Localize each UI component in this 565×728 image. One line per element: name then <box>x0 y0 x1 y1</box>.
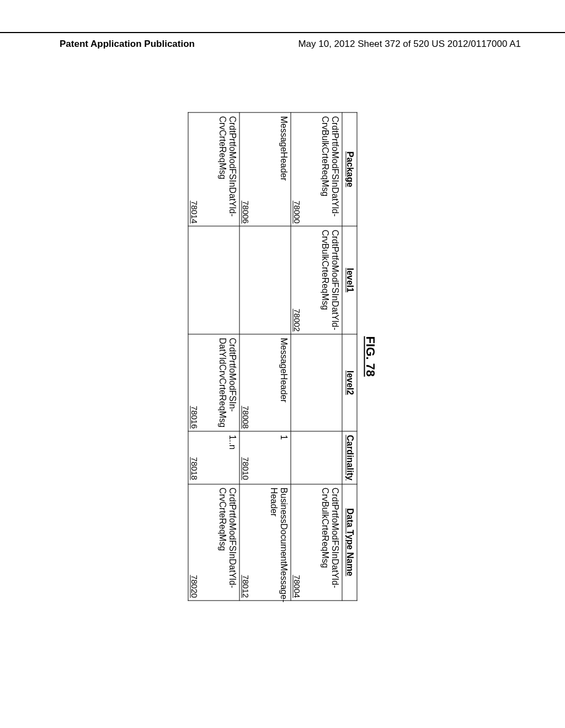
cell-package: CrdtPrtfoModFSInDatYld-CrvBulkCrteReqMsg… <box>291 113 342 226</box>
table-header-row: Package level1 level2 Cardinality Data T… <box>342 113 357 601</box>
cell-ref: 78004 <box>292 575 302 598</box>
cell-datatype: BusinessDocumentMessage-Header 78012 <box>240 484 291 600</box>
cell-ref: 78006 <box>241 201 250 224</box>
cell-text: BusinessDocumentMessage-Header <box>269 488 289 602</box>
cell-text: CrdtPrtfoModFSInDatYld-CrvBulkCrteReqMsg <box>321 116 340 216</box>
cell-level2: CrdtPrtfoModFSIn-DatYldCrvCrteReqMsg 780… <box>189 334 239 431</box>
cell-package: CrdtPrtfoModFSInDatYld-CrvCrteReqMsg 780… <box>189 113 239 226</box>
cell-ref: 78016 <box>190 406 199 429</box>
cell-ref: 78000 <box>292 201 302 224</box>
cell-text: 1..n <box>228 435 237 449</box>
cell-level2: MessageHeader 78008 <box>240 334 291 431</box>
cell-datatype: CrdtPrtfoModFSInDatYld-CrvCrteReqMsg 780… <box>189 484 239 600</box>
cell-text: MessageHeader <box>279 116 289 180</box>
cell-text: CrdtPrtfoModFSIn-DatYldCrvCrteReqMsg <box>218 338 237 427</box>
cell-ref: 78002 <box>292 309 302 332</box>
cell-package: MessageHeader 78006 <box>240 113 291 226</box>
cell-text: 1 <box>279 435 289 440</box>
col-header-datatype: Data Type Name <box>342 484 357 601</box>
col-header-package: Package <box>342 113 357 226</box>
cell-level1: CrdtPrtfoModFSInDatYld-CrvBulkCrteReqMsg… <box>291 226 342 334</box>
table-row: CrdtPrtfoModFSInDatYld-CrvBulkCrteReqMsg… <box>291 113 342 601</box>
cell-datatype: CrdtPrtfoModFSInDatYld-CrvBulkCrteReqMsg… <box>291 484 342 600</box>
figure-title: FIG. 78 <box>363 112 377 601</box>
cell-text: CrdtPrtfoModFSInDatYld-CrvBulkCrteReqMsg <box>321 229 340 330</box>
cell-level2 <box>291 334 342 431</box>
cell-text: CrdtPrtfoModFSInDatYld-CrvCrteReqMsg <box>218 488 237 588</box>
col-header-level1: level1 <box>342 226 357 334</box>
col-header-cardinality: Cardinality <box>342 431 357 484</box>
cell-level1 <box>189 226 239 334</box>
table-row: CrdtPrtfoModFSInDatYld-CrvCrteReqMsg 780… <box>188 113 239 601</box>
cell-ref: 78012 <box>241 575 250 598</box>
cell-cardinality: 1..n 78018 <box>189 431 239 482</box>
header-row: Patent Application Publication May 10, 2… <box>0 39 565 50</box>
figure-table: Package level1 level2 Cardinality Data T… <box>188 112 358 601</box>
cell-cardinality: 1 78010 <box>240 431 291 482</box>
header-left-text: Patent Application Publication <box>60 39 195 50</box>
page-header: Patent Application Publication May 10, 2… <box>0 32 565 50</box>
cell-text: MessageHeader <box>279 338 289 402</box>
cell-ref: 78008 <box>241 406 250 429</box>
cell-ref: 78010 <box>241 457 250 480</box>
header-right-text: May 10, 2012 Sheet 372 of 520 US 2012/01… <box>298 39 521 50</box>
cell-ref: 78014 <box>190 201 199 224</box>
cell-ref: 78018 <box>190 457 199 480</box>
cell-text: CrdtPrtfoModFSInDatYld-CrvBulkCrteReqMsg <box>321 488 340 588</box>
cell-level1 <box>240 226 291 334</box>
cell-cardinality <box>291 431 342 482</box>
col-header-level2: level2 <box>342 334 357 431</box>
cell-text: CrdtPrtfoModFSInDatYld-CrvCrteReqMsg <box>218 116 237 216</box>
figure-78: FIG. 78 Package level1 level2 Cardinalit… <box>188 112 377 601</box>
table-row: MessageHeader 78006 MessageHeader 78008 … <box>239 113 291 601</box>
cell-ref: 78020 <box>190 575 199 598</box>
